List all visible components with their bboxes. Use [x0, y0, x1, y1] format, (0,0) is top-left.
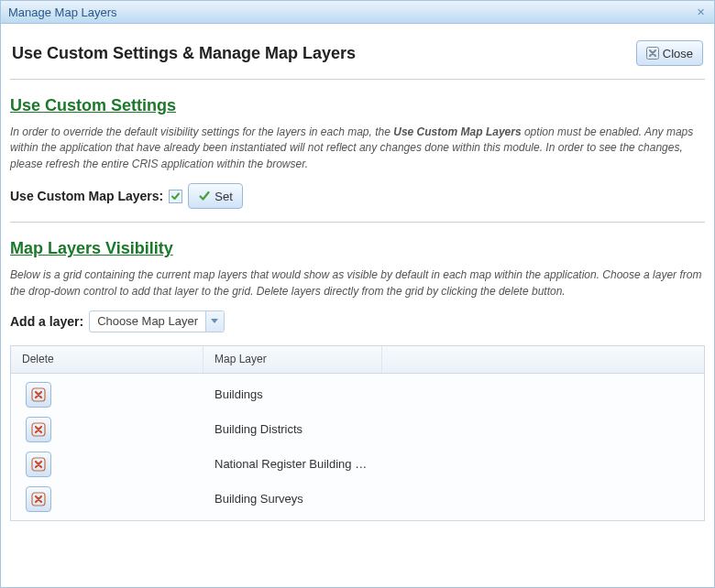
- delete-icon: [31, 387, 46, 402]
- dropdown-text: Choose Map Layer: [90, 311, 205, 332]
- desc-text-bold: Use Custom Map Layers: [393, 125, 521, 138]
- table-row: National Register Building Listi...: [15, 447, 700, 482]
- layer-name: National Register Building Listi...: [204, 457, 382, 471]
- section-heading-custom-settings: Use Custom Settings: [10, 96, 705, 115]
- custom-settings-description: In order to override the default visibil…: [10, 125, 705, 172]
- layers-grid: Delete Map Layer Buildings: [10, 345, 705, 521]
- delete-layer-button[interactable]: [26, 452, 51, 477]
- header-row: Use Custom Settings & Manage Map Layers …: [10, 33, 705, 80]
- check-icon: [198, 190, 211, 202]
- delete-icon: [31, 422, 46, 437]
- layer-name: Buildings: [204, 387, 382, 401]
- table-row: Building Surveys: [15, 482, 700, 517]
- add-layer-row: Add a layer: Choose Map Layer: [10, 310, 705, 332]
- grid-body: Buildings Building Districts: [11, 374, 704, 520]
- add-layer-label: Add a layer:: [10, 314, 83, 329]
- visibility-description: Below is a grid containing the current m…: [10, 267, 705, 299]
- grid-header: Delete Map Layer: [11, 346, 704, 374]
- use-custom-layers-row: Use Custom Map Layers: Set: [10, 183, 705, 209]
- window-close-x[interactable]: ✕: [693, 5, 709, 20]
- desc-text-prefix: In order to override the default visibil…: [10, 125, 393, 138]
- titlebar: Manage Map Layers ✕: [1, 1, 714, 24]
- add-layer-dropdown[interactable]: Choose Map Layer: [89, 310, 225, 332]
- set-button-label: Set: [214, 190, 233, 203]
- delete-layer-button[interactable]: [26, 417, 51, 442]
- table-row: Building Districts: [15, 412, 700, 447]
- window-title: Manage Map Layers: [8, 5, 117, 19]
- column-header-spacer: [382, 346, 704, 373]
- layer-name: Building Surveys: [204, 492, 382, 506]
- close-button-label: Close: [663, 47, 693, 60]
- chevron-down-icon: [205, 311, 224, 332]
- set-button[interactable]: Set: [188, 183, 243, 209]
- delete-icon: [31, 492, 46, 506]
- page-title: Use Custom Settings & Manage Map Layers: [12, 44, 356, 63]
- section-heading-visibility: Map Layers Visibility: [10, 239, 705, 258]
- use-custom-layers-checkbox[interactable]: [169, 190, 182, 203]
- divider: [10, 222, 705, 223]
- close-icon: [646, 47, 659, 60]
- delete-layer-button[interactable]: [26, 486, 51, 512]
- use-custom-layers-label: Use Custom Map Layers:: [10, 189, 163, 203]
- table-row: Buildings: [15, 377, 700, 412]
- dialog-window: Manage Map Layers ✕ Use Custom Settings …: [0, 0, 715, 588]
- content-area: Use Custom Settings & Manage Map Layers …: [1, 24, 714, 530]
- delete-icon: [31, 457, 46, 472]
- layer-name: Building Districts: [204, 422, 382, 436]
- delete-layer-button[interactable]: [26, 382, 51, 408]
- column-header-layer: Map Layer: [204, 346, 382, 373]
- check-icon: [170, 191, 181, 201]
- column-header-delete: Delete: [11, 346, 204, 373]
- close-button[interactable]: Close: [636, 40, 703, 66]
